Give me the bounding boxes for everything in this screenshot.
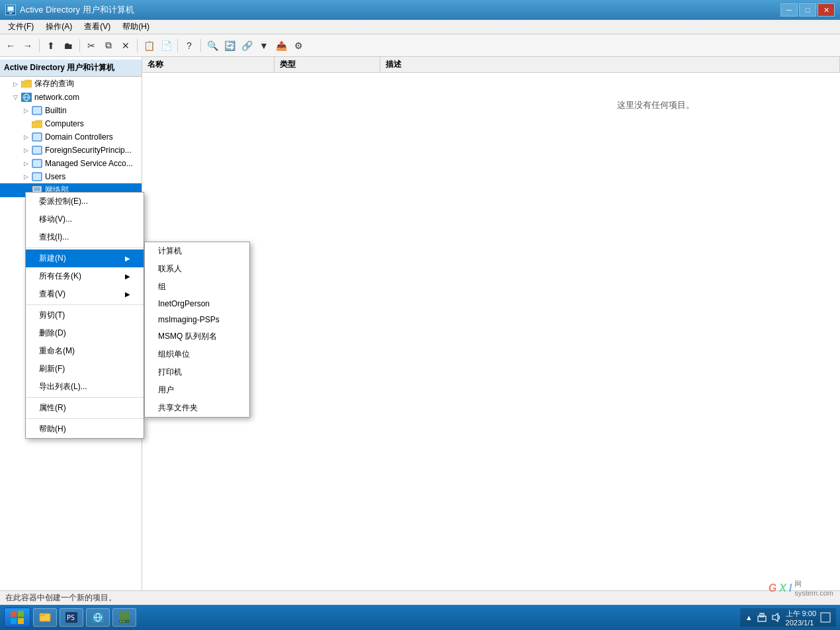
ctx-new-label: 新建(N) (39, 253, 66, 264)
tree-item-domain-controllers[interactable]: ▷ Domain Controllers (0, 130, 142, 144)
expand-managed: ▷ (21, 159, 30, 168)
submenu-msmq[interactable]: MSMQ 队列别名 (145, 328, 249, 345)
network-tray-icon (757, 612, 767, 623)
taskbar-powershell[interactable]: PS (60, 608, 83, 627)
ctx-properties[interactable]: 属性(R) (26, 399, 144, 417)
ctx-cut[interactable]: 剪切(T) (26, 306, 144, 324)
submenu-inetorgperson[interactable]: InetOrgPerson (145, 296, 249, 312)
taskbar-ad-tool[interactable] (86, 608, 110, 627)
ou-icon-dc (32, 132, 42, 142)
title-bar: Active Directory 用户和计算机 ─ □ ✕ (0, 0, 840, 20)
toolbar-properties[interactable]: 📋 (141, 38, 157, 54)
toolbar-sep-2 (79, 39, 80, 52)
submenu-computer[interactable]: 计算机 (145, 242, 249, 260)
tree-item-computers[interactable]: Computers (0, 117, 142, 130)
toolbar-copy[interactable]: ⧉ (101, 38, 116, 54)
title-bar-app-icon (5, 5, 16, 15)
toolbar-connect[interactable]: 🔗 (239, 38, 255, 54)
submenu-ou[interactable]: 组织单位 (145, 345, 249, 363)
ctx-delete[interactable]: 删除(D) (26, 324, 144, 342)
ctx-new[interactable]: 新建(N) ▶ (26, 249, 144, 267)
watermark-i: I (789, 582, 792, 594)
toolbar-filter[interactable]: ▼ (256, 38, 272, 54)
window-title: Active Directory 用户和计算机 (20, 4, 134, 16)
svg-text:PS: PS (67, 614, 75, 621)
ctx-sep-4 (26, 418, 144, 419)
ctx-all-tasks[interactable]: 所有任务(K) ▶ (26, 267, 144, 285)
ou-icon-builtin (32, 105, 42, 116)
menu-file[interactable]: 文件(F) (3, 20, 39, 34)
tree-item-foreign[interactable]: ▷ ForeignSecurityPrincip... (0, 144, 142, 157)
col-header-name[interactable]: 名称 (142, 57, 274, 72)
tray-arrow[interactable]: ▲ (745, 613, 753, 621)
toolbar-extra[interactable]: ⚙ (290, 38, 306, 54)
toolbar-refresh[interactable]: 🔄 (222, 38, 237, 54)
toolbar-find[interactable]: 🔍 (204, 38, 220, 54)
menu-view[interactable]: 查看(V) (79, 20, 116, 34)
svg-rect-10 (32, 159, 42, 167)
ou-icon-users (32, 171, 42, 182)
win-quad-4 (18, 618, 24, 624)
toolbar-show-tree[interactable]: 🖿 (60, 38, 76, 54)
ctx-delegate[interactable]: 委派控制(E)... (26, 193, 144, 210)
col-header-type[interactable]: 类型 (274, 57, 380, 72)
submenu-new: 计算机 联系人 组 InetOrgPerson msImaging-PSPs M… (144, 242, 250, 418)
toolbar-new[interactable]: 📄 (158, 38, 174, 54)
expand-saved-queries: ▷ (11, 79, 20, 89)
ctx-all-tasks-arrow: ▶ (125, 273, 130, 280)
toolbar-sep-3 (137, 39, 138, 52)
label-managed: Managed Service Acco... (45, 159, 133, 168)
menu-help[interactable]: 帮助(H) (117, 20, 155, 34)
label-saved-queries: 保存的查询 (34, 78, 74, 89)
tree-item-managed[interactable]: ▷ Managed Service Acco... (0, 157, 142, 170)
content-header: 名称 类型 描述 (142, 57, 840, 73)
start-button[interactable] (4, 608, 30, 627)
ctx-refresh[interactable]: 刷新(F) (26, 360, 144, 378)
tree-item-users[interactable]: ▷ Users (0, 170, 142, 183)
clock-display[interactable]: 上午 9:002023/1/1 (786, 609, 816, 627)
ctx-sep-2 (26, 304, 144, 305)
taskbar-server-manager[interactable] (112, 608, 136, 627)
expand-users: ▷ (21, 172, 30, 181)
submenu-printer[interactable]: 打印机 (145, 363, 249, 381)
ctx-view[interactable]: 查看(V) ▶ (26, 285, 144, 303)
ctx-help[interactable]: 帮助(H) (26, 420, 144, 438)
restore-button[interactable]: □ (799, 3, 816, 17)
submenu-msimaging[interactable]: msImaging-PSPs (145, 312, 249, 328)
submenu-shared-folder[interactable]: 共享文件夹 (145, 399, 249, 417)
ctx-move[interactable]: 移动(V)... (26, 210, 144, 228)
ctx-export[interactable]: 导出列表(L)... (26, 378, 144, 396)
win-quad-2 (18, 611, 24, 617)
title-bar-left: Active Directory 用户和计算机 (5, 4, 134, 16)
ctx-rename[interactable]: 重命名(M) (26, 342, 144, 360)
minimize-button[interactable]: ─ (780, 3, 798, 17)
toolbar-help[interactable]: ? (181, 38, 197, 54)
ad-domain-icon (21, 92, 32, 103)
ou-icon-foreign (32, 145, 42, 156)
toolbar-cut[interactable]: ✂ (83, 38, 99, 54)
content-body: 这里没有任何项目。 (142, 73, 840, 124)
taskbar-explorer[interactable] (33, 608, 57, 627)
tree-item-saved-queries[interactable]: ▷ 保存的查询 (0, 77, 142, 91)
watermark-x: X (779, 582, 786, 594)
toolbar-delete[interactable]: ✕ (118, 38, 134, 54)
empty-message: 这里没有任何项目。 (617, 99, 694, 111)
show-desktop-icon[interactable] (820, 612, 831, 623)
toolbar-back[interactable]: ← (3, 38, 19, 54)
expand-builtin: ▷ (21, 106, 30, 115)
submenu-contact[interactable]: 联系人 (145, 260, 249, 278)
ctx-find[interactable]: 查找(I)... (26, 228, 144, 246)
toolbar-export[interactable]: 📤 (273, 38, 289, 54)
win-quad-3 (11, 618, 17, 624)
folder-icon-computers (32, 118, 42, 129)
tree-item-builtin[interactable]: ▷ Builtin (0, 104, 142, 117)
col-header-desc[interactable]: 描述 (380, 57, 840, 72)
submenu-group[interactable]: 组 (145, 278, 249, 296)
menu-action[interactable]: 操作(A) (40, 20, 77, 34)
submenu-user[interactable]: 用户 (145, 381, 249, 399)
tree-item-network-com[interactable]: ▽ network.com (0, 91, 142, 104)
expand-domain-controllers: ▷ (21, 132, 30, 142)
toolbar-up[interactable]: ⬆ (43, 38, 59, 54)
close-button[interactable]: ✕ (818, 3, 835, 17)
toolbar-forward[interactable]: → (20, 38, 36, 54)
